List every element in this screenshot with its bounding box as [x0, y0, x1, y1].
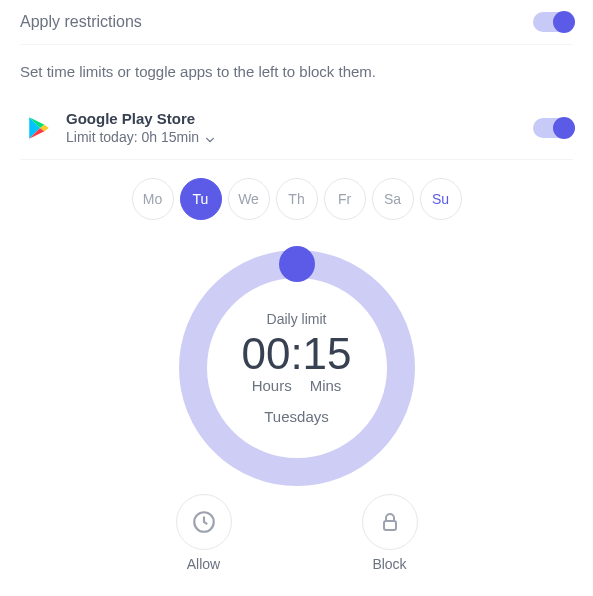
day-tu[interactable]: Tu: [180, 178, 222, 220]
dial-day-label: Tuesdays: [222, 408, 372, 425]
page-title: Apply restrictions: [20, 13, 142, 31]
app-name: Google Play Store: [66, 110, 519, 127]
toggle-knob: [553, 117, 575, 139]
days-row: Mo Tu We Th Fr Sa Su: [20, 160, 573, 232]
description-text: Set time limits or toggle apps to the le…: [20, 45, 573, 102]
allow-label: Allow: [187, 556, 220, 572]
time-limit-dial: Daily limit 00:15 Hours Mins Tuesdays: [179, 250, 415, 486]
actions-row: Allow Block: [20, 492, 573, 572]
apply-restrictions-toggle[interactable]: [533, 12, 573, 32]
dial-thumb[interactable]: [279, 246, 315, 282]
svg-rect-1: [384, 521, 396, 530]
toggle-knob: [553, 11, 575, 33]
block-label: Block: [372, 556, 406, 572]
dial-inner: Daily limit 00:15 Hours Mins Tuesdays: [222, 311, 372, 425]
app-toggle[interactable]: [533, 118, 573, 138]
mins-label: Mins: [310, 377, 342, 394]
chevron-down-icon: [205, 132, 215, 142]
google-play-icon: [26, 115, 52, 141]
app-info: Google Play Store Limit today: 0h 15min: [66, 110, 519, 145]
day-we[interactable]: We: [228, 178, 270, 220]
time-value: 00:15: [222, 331, 372, 377]
hours-label: Hours: [252, 377, 292, 394]
header-row: Apply restrictions: [20, 12, 573, 45]
allow-button[interactable]: Allow: [176, 494, 232, 572]
lock-icon: [362, 494, 418, 550]
day-fr[interactable]: Fr: [324, 178, 366, 220]
daily-limit-label: Daily limit: [222, 311, 372, 327]
day-mo[interactable]: Mo: [132, 178, 174, 220]
day-th[interactable]: Th: [276, 178, 318, 220]
app-row: Google Play Store Limit today: 0h 15min: [20, 102, 573, 160]
block-button[interactable]: Block: [362, 494, 418, 572]
app-limit-text: Limit today: 0h 15min: [66, 129, 199, 145]
day-sa[interactable]: Sa: [372, 178, 414, 220]
day-su[interactable]: Su: [420, 178, 462, 220]
app-limit-row[interactable]: Limit today: 0h 15min: [66, 129, 519, 145]
clock-icon: [176, 494, 232, 550]
